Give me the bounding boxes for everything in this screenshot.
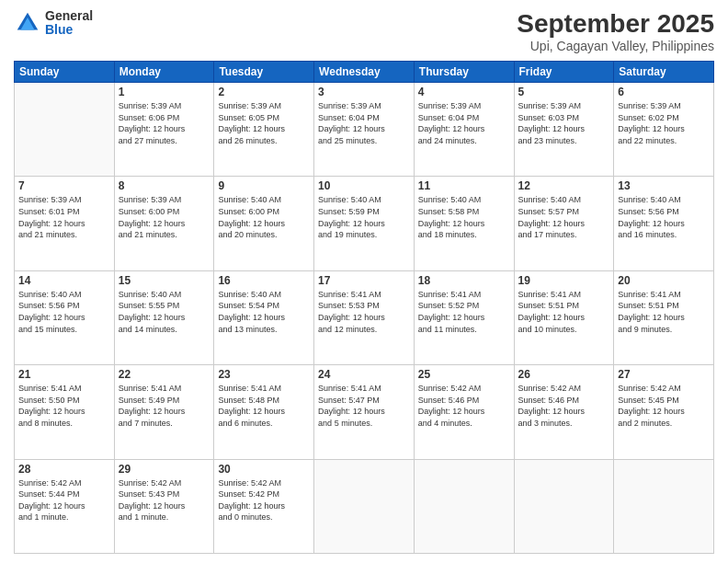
cell-0-6: 6Sunrise: 5:39 AM Sunset: 6:02 PM Daylig… bbox=[614, 83, 714, 177]
cell-0-1: 1Sunrise: 5:39 AM Sunset: 6:06 PM Daylig… bbox=[114, 83, 214, 177]
cell-info: Sunrise: 5:41 AM Sunset: 5:47 PM Dayligh… bbox=[318, 383, 410, 429]
cell-0-4: 4Sunrise: 5:39 AM Sunset: 6:04 PM Daylig… bbox=[414, 83, 514, 177]
cell-0-3: 3Sunrise: 5:39 AM Sunset: 6:04 PM Daylig… bbox=[314, 83, 415, 177]
cell-4-0: 28Sunrise: 5:42 AM Sunset: 5:44 PM Dayli… bbox=[15, 459, 115, 553]
day-number: 6 bbox=[618, 86, 710, 98]
header: General Blue September 2025 Upi, Cagayan… bbox=[14, 9, 714, 53]
calendar-title: September 2025 bbox=[517, 9, 714, 39]
cell-info: Sunrise: 5:41 AM Sunset: 5:50 PM Dayligh… bbox=[18, 383, 110, 429]
day-number: 7 bbox=[18, 179, 110, 192]
day-number: 28 bbox=[18, 463, 110, 476]
day-number: 21 bbox=[18, 368, 110, 381]
day-number: 4 bbox=[418, 86, 510, 98]
cell-3-6: 27Sunrise: 5:42 AM Sunset: 5:45 PM Dayli… bbox=[614, 365, 714, 459]
cell-2-2: 16Sunrise: 5:40 AM Sunset: 5:54 PM Dayli… bbox=[214, 270, 314, 364]
day-number: 18 bbox=[418, 274, 510, 287]
day-number: 20 bbox=[618, 274, 710, 287]
week-row-5: 28Sunrise: 5:42 AM Sunset: 5:44 PM Dayli… bbox=[15, 459, 714, 553]
cell-2-6: 20Sunrise: 5:41 AM Sunset: 5:51 PM Dayli… bbox=[614, 270, 714, 364]
cell-1-5: 12Sunrise: 5:40 AM Sunset: 5:57 PM Dayli… bbox=[514, 177, 614, 270]
cell-4-3 bbox=[314, 459, 415, 553]
cell-info: Sunrise: 5:39 AM Sunset: 6:04 PM Dayligh… bbox=[418, 100, 510, 146]
col-saturday: Saturday bbox=[614, 62, 714, 83]
day-number: 13 bbox=[618, 179, 710, 192]
cell-info: Sunrise: 5:41 AM Sunset: 5:48 PM Dayligh… bbox=[218, 383, 310, 429]
week-row-1: 1Sunrise: 5:39 AM Sunset: 6:06 PM Daylig… bbox=[15, 83, 714, 177]
cell-0-2: 2Sunrise: 5:39 AM Sunset: 6:05 PM Daylig… bbox=[214, 83, 314, 177]
cell-info: Sunrise: 5:40 AM Sunset: 5:55 PM Dayligh… bbox=[119, 289, 210, 335]
cell-2-3: 17Sunrise: 5:41 AM Sunset: 5:53 PM Dayli… bbox=[314, 270, 415, 364]
cell-info: Sunrise: 5:42 AM Sunset: 5:45 PM Dayligh… bbox=[618, 383, 710, 429]
calendar-table: Sunday Monday Tuesday Wednesday Thursday… bbox=[14, 61, 714, 554]
logo-icon bbox=[14, 9, 41, 37]
day-number: 17 bbox=[318, 274, 410, 287]
cell-0-0 bbox=[15, 83, 115, 177]
week-row-2: 7Sunrise: 5:39 AM Sunset: 6:01 PM Daylig… bbox=[15, 177, 714, 270]
day-number: 3 bbox=[318, 86, 410, 98]
cell-2-4: 18Sunrise: 5:41 AM Sunset: 5:52 PM Dayli… bbox=[414, 270, 514, 364]
day-number: 26 bbox=[518, 368, 610, 381]
cell-3-5: 26Sunrise: 5:42 AM Sunset: 5:46 PM Dayli… bbox=[514, 365, 614, 459]
cell-info: Sunrise: 5:40 AM Sunset: 6:00 PM Dayligh… bbox=[218, 194, 310, 240]
logo-blue-text: Blue bbox=[45, 23, 93, 37]
day-number: 11 bbox=[418, 179, 510, 192]
day-number: 27 bbox=[618, 368, 710, 381]
cell-1-4: 11Sunrise: 5:40 AM Sunset: 5:58 PM Dayli… bbox=[414, 177, 514, 270]
cell-2-1: 15Sunrise: 5:40 AM Sunset: 5:55 PM Dayli… bbox=[114, 270, 214, 364]
cell-4-4 bbox=[414, 459, 514, 553]
cell-info: Sunrise: 5:40 AM Sunset: 5:56 PM Dayligh… bbox=[18, 289, 110, 335]
cell-4-6 bbox=[614, 459, 714, 553]
cell-1-1: 8Sunrise: 5:39 AM Sunset: 6:00 PM Daylig… bbox=[114, 177, 214, 270]
day-number: 5 bbox=[518, 86, 610, 98]
logo: General Blue bbox=[14, 9, 93, 38]
day-number: 24 bbox=[318, 368, 410, 381]
day-number: 8 bbox=[119, 179, 210, 192]
cell-info: Sunrise: 5:42 AM Sunset: 5:44 PM Dayligh… bbox=[18, 477, 110, 523]
day-number: 2 bbox=[218, 86, 310, 98]
day-number: 25 bbox=[418, 368, 510, 381]
cell-info: Sunrise: 5:42 AM Sunset: 5:42 PM Dayligh… bbox=[218, 477, 310, 523]
logo-text: General Blue bbox=[45, 9, 93, 38]
day-number: 30 bbox=[218, 463, 310, 476]
cell-info: Sunrise: 5:41 AM Sunset: 5:52 PM Dayligh… bbox=[418, 289, 510, 335]
cell-2-5: 19Sunrise: 5:41 AM Sunset: 5:51 PM Dayli… bbox=[514, 270, 614, 364]
page: General Blue September 2025 Upi, Cagayan… bbox=[0, 0, 728, 563]
col-sunday: Sunday bbox=[15, 62, 115, 83]
col-thursday: Thursday bbox=[414, 62, 514, 83]
cell-3-2: 23Sunrise: 5:41 AM Sunset: 5:48 PM Dayli… bbox=[214, 365, 314, 459]
col-monday: Monday bbox=[114, 62, 214, 83]
cell-1-6: 13Sunrise: 5:40 AM Sunset: 5:56 PM Dayli… bbox=[614, 177, 714, 270]
col-friday: Friday bbox=[514, 62, 614, 83]
cell-3-0: 21Sunrise: 5:41 AM Sunset: 5:50 PM Dayli… bbox=[15, 365, 115, 459]
cell-info: Sunrise: 5:42 AM Sunset: 5:46 PM Dayligh… bbox=[418, 383, 510, 429]
cell-info: Sunrise: 5:40 AM Sunset: 5:57 PM Dayligh… bbox=[518, 194, 610, 240]
day-number: 9 bbox=[218, 179, 310, 192]
day-number: 12 bbox=[518, 179, 610, 192]
cell-info: Sunrise: 5:40 AM Sunset: 5:59 PM Dayligh… bbox=[318, 194, 410, 240]
logo-general-text: General bbox=[45, 9, 93, 23]
cell-info: Sunrise: 5:40 AM Sunset: 5:56 PM Dayligh… bbox=[618, 194, 710, 240]
week-row-3: 14Sunrise: 5:40 AM Sunset: 5:56 PM Dayli… bbox=[15, 270, 714, 364]
col-wednesday: Wednesday bbox=[314, 62, 415, 83]
cell-1-3: 10Sunrise: 5:40 AM Sunset: 5:59 PM Dayli… bbox=[314, 177, 415, 270]
cell-info: Sunrise: 5:40 AM Sunset: 5:58 PM Dayligh… bbox=[418, 194, 510, 240]
cell-info: Sunrise: 5:39 AM Sunset: 6:03 PM Dayligh… bbox=[518, 100, 610, 146]
cell-0-5: 5Sunrise: 5:39 AM Sunset: 6:03 PM Daylig… bbox=[514, 83, 614, 177]
day-number: 19 bbox=[518, 274, 610, 287]
cell-3-3: 24Sunrise: 5:41 AM Sunset: 5:47 PM Dayli… bbox=[314, 365, 415, 459]
cell-1-0: 7Sunrise: 5:39 AM Sunset: 6:01 PM Daylig… bbox=[15, 177, 115, 270]
cell-1-2: 9Sunrise: 5:40 AM Sunset: 6:00 PM Daylig… bbox=[214, 177, 314, 270]
cell-info: Sunrise: 5:41 AM Sunset: 5:51 PM Dayligh… bbox=[618, 289, 710, 335]
cell-4-1: 29Sunrise: 5:42 AM Sunset: 5:43 PM Dayli… bbox=[114, 459, 214, 553]
day-number: 10 bbox=[318, 179, 410, 192]
calendar-subtitle: Upi, Cagayan Valley, Philippines bbox=[517, 39, 714, 53]
cell-4-2: 30Sunrise: 5:42 AM Sunset: 5:42 PM Dayli… bbox=[214, 459, 314, 553]
cell-info: Sunrise: 5:41 AM Sunset: 5:49 PM Dayligh… bbox=[119, 383, 210, 429]
day-number: 22 bbox=[119, 368, 210, 381]
cell-info: Sunrise: 5:42 AM Sunset: 5:43 PM Dayligh… bbox=[119, 477, 210, 523]
day-number: 15 bbox=[119, 274, 210, 287]
day-number: 29 bbox=[119, 463, 210, 476]
day-number: 14 bbox=[18, 274, 110, 287]
col-tuesday: Tuesday bbox=[214, 62, 314, 83]
cell-info: Sunrise: 5:42 AM Sunset: 5:46 PM Dayligh… bbox=[518, 383, 610, 429]
